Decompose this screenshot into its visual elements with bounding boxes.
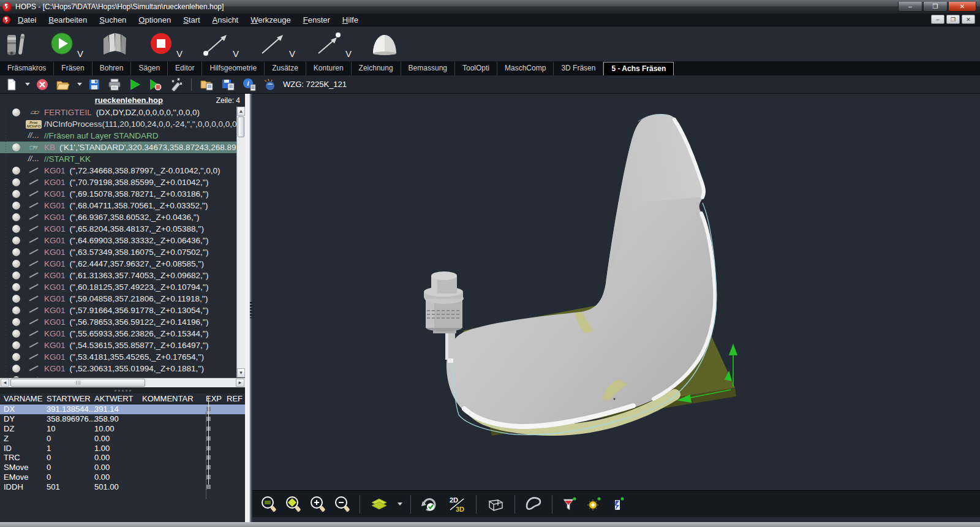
tree-row[interactable]: KG01('',69.15078,358.78271,_Z+0.03186,''… <box>0 188 236 200</box>
module-tab[interactable]: Bemassung <box>401 62 455 75</box>
module-tab[interactable]: Zeichnung <box>352 62 401 75</box>
module-tab[interactable]: Hilfsgeometrie <box>202 62 265 75</box>
node-bullet-icon[interactable] <box>9 260 23 268</box>
module-tab[interactable]: 5 - Achs Fräsen <box>603 62 674 75</box>
column-header[interactable]: AKTWERT <box>94 394 142 403</box>
node-bullet-icon[interactable] <box>9 178 23 186</box>
node-bullet-icon[interactable] <box>9 202 23 210</box>
scroll-right-arrow[interactable]: ► <box>236 379 244 387</box>
dynamics-icon[interactable] <box>609 495 628 514</box>
tree-row[interactable]: KG01('',56.78653,356.59122,_Z+0.14196,''… <box>0 316 236 328</box>
filter-icon[interactable] <box>560 495 579 514</box>
tree-row[interactable]: KG01('',57.91664,356.91778,_Z+0.13054,''… <box>0 305 236 316</box>
mdi-minimize-button[interactable]: – <box>931 15 944 24</box>
node-bullet-icon[interactable] <box>9 365 23 373</box>
tree-row[interactable]: /NCInfoProcess(111,20,100,24,0,0,-24,'',… <box>0 118 236 130</box>
panel-splitter-horizontal[interactable] <box>0 387 245 393</box>
layer-dropdown[interactable] <box>398 502 402 506</box>
mdi-close-button[interactable]: ✕ <box>962 15 975 24</box>
menu-item[interactable]: Datei <box>12 14 42 26</box>
node-bullet-icon[interactable] <box>9 143 23 151</box>
move-line-icon[interactable] <box>255 30 288 58</box>
module-tab[interactable]: Konturen <box>306 62 352 75</box>
scroll-up-arrow[interactable]: ▲ <box>237 107 245 116</box>
node-bullet-icon[interactable] <box>9 190 23 198</box>
open-folder-dropdown[interactable] <box>77 83 82 86</box>
tree-vertical-scrollbar[interactable]: ▲ ▼ <box>236 107 245 377</box>
tree-horizontal-scrollbar[interactable]: ◄ ► <box>0 377 245 387</box>
node-bullet-icon[interactable] <box>9 295 23 303</box>
tree-row[interactable]: KG01('',66.9367,358.60532,_Z+0.0436,'') <box>0 211 236 223</box>
scroll-thumb[interactable] <box>238 116 244 137</box>
wand-icon[interactable] <box>168 78 184 91</box>
node-bullet-icon[interactable] <box>9 167 23 175</box>
node-bullet-icon[interactable] <box>9 271 23 279</box>
column-header[interactable]: KOMMENTAR <box>142 394 206 403</box>
node-bullet-icon[interactable] <box>9 330 23 338</box>
tree-row[interactable]: KG01('',70.79198,358.85599,_Z+0.01042,''… <box>0 176 236 188</box>
column-header[interactable]: REF <box>227 394 244 403</box>
new-file-icon[interactable] <box>5 78 18 91</box>
node-bullet-icon[interactable] <box>9 225 23 233</box>
tree-row[interactable]: KG01('',63.57349,358.16075,_Z+0.07502,''… <box>0 246 236 258</box>
save-list-icon[interactable] <box>220 78 236 91</box>
zoom-window-icon[interactable] <box>260 495 278 514</box>
save-icon[interactable] <box>88 78 101 91</box>
layer-display-icon[interactable] <box>368 495 390 514</box>
module-tab[interactable]: Fräsen <box>54 62 92 75</box>
node-bullet-icon[interactable] <box>9 353 23 361</box>
settings-gear-icon[interactable] <box>585 495 603 514</box>
exp-checkbox[interactable] <box>206 474 227 499</box>
menu-item[interactable]: Optionen <box>132 14 177 26</box>
tree-row[interactable]: KG01('',61.31363,357.74053,_Z+0.09682,''… <box>0 270 236 281</box>
close-file-icon[interactable] <box>36 78 49 91</box>
menu-item[interactable]: Suchen <box>93 14 132 26</box>
contour-loop-icon[interactable] <box>523 495 544 514</box>
module-tab[interactable]: Bohren <box>92 62 132 75</box>
dome-icon[interactable] <box>368 30 402 58</box>
wzg-tool-icon[interactable] <box>263 78 276 91</box>
zoom-fit-icon[interactable] <box>284 495 303 514</box>
tree-row[interactable]: KG01('',59.04858,357.21806,_Z+0.11918,''… <box>0 293 236 305</box>
module-tab[interactable]: Zusätze <box>265 62 306 75</box>
file-name[interactable]: rueckenlehen.hop <box>42 96 216 105</box>
module-tab[interactable]: Sägen <box>131 62 168 75</box>
tree-row[interactable]: KG01('',68.04711,358.70561,_Z+0.03352,''… <box>0 200 236 211</box>
scroll-left-arrow[interactable]: ◄ <box>1 379 9 387</box>
tree-row[interactable]: KG01('',53.4181,355.45265,_Z+0.17654,'') <box>0 351 236 363</box>
tree-row[interactable]: //Fräsen auf Layer STANDARD <box>0 130 236 142</box>
menu-item[interactable]: Bearbeiten <box>42 14 93 26</box>
mdi-restore-button[interactable]: ❐ <box>946 15 960 24</box>
stop-simulation-icon[interactable] <box>147 30 175 58</box>
zoom-in-icon[interactable] <box>309 495 327 514</box>
play-simulation-icon[interactable] <box>48 30 76 58</box>
module-tab[interactable]: Fräsmakros <box>0 62 54 75</box>
tool-holder-icon[interactable] <box>4 30 32 58</box>
open-folder-icon[interactable] <box>55 78 70 91</box>
zoom-out-icon[interactable] <box>333 495 352 514</box>
viewport-3d[interactable]: 2D 3D <box>252 94 980 522</box>
move-to-point-icon[interactable] <box>311 30 344 58</box>
module-tab[interactable]: ToolOpti <box>455 62 497 75</box>
module-tab[interactable]: 3D Fräsen <box>554 62 603 75</box>
scroll-thumb[interactable] <box>10 379 145 387</box>
node-bullet-icon[interactable] <box>9 213 23 221</box>
node-bullet-icon[interactable] <box>9 108 23 116</box>
menu-item[interactable]: Start <box>177 14 206 26</box>
close-button[interactable]: ✕ <box>948 2 976 12</box>
restore-button[interactable]: ❐ <box>923 2 948 12</box>
menu-item[interactable]: Ansicht <box>206 14 245 26</box>
menu-item[interactable]: Werkzeuge <box>244 14 297 26</box>
title-bar[interactable]: HOPS - [C:\Hops7\DATA\Hops\Hop\Simultan\… <box>0 0 980 13</box>
column-header[interactable]: STARTWER <box>47 394 94 403</box>
module-tab[interactable]: MaschComp <box>497 62 554 75</box>
column-header[interactable]: VARNAME <box>0 394 47 403</box>
variable-row[interactable]: IDDH501501.00 <box>0 482 245 491</box>
tree-row[interactable]: KG01('',64.69903,358.33332,_Z+0.06436,''… <box>0 235 236 246</box>
tree-row[interactable]: FERTIGTEIL(DX,DY,DZ,0,0,0,0,0,'',0,0,0) <box>0 107 236 118</box>
tree-row[interactable]: KG01('',54.53615,355.85877,_Z+0.16497,''… <box>0 339 236 351</box>
move-from-point-icon[interactable] <box>198 30 232 58</box>
menu-item[interactable]: Hilfe <box>336 14 364 26</box>
menu-item[interactable]: Fenster <box>297 14 336 26</box>
node-bullet-icon[interactable] <box>9 283 23 291</box>
